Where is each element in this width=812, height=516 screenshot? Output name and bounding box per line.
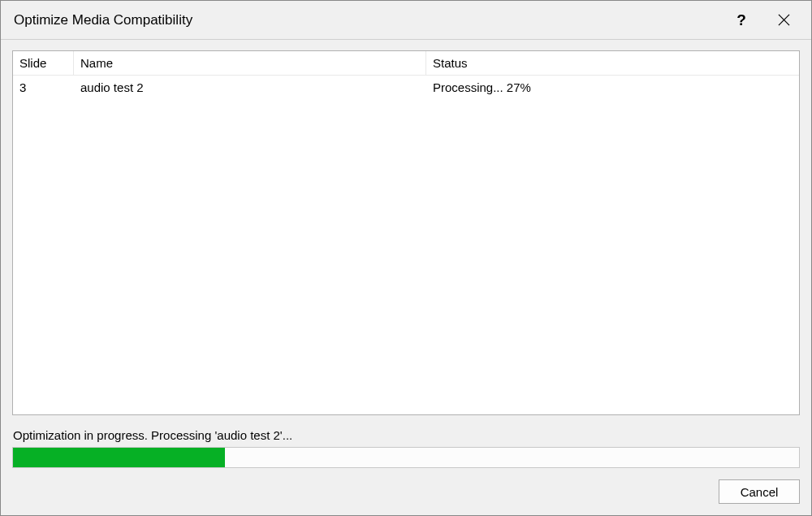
list-body: 3 audio test 2 Processing... 27% xyxy=(13,76,799,414)
list-row[interactable]: 3 audio test 2 Processing... 27% xyxy=(13,76,799,98)
column-header-name[interactable]: Name xyxy=(74,51,426,75)
button-row: Cancel xyxy=(12,479,800,504)
titlebar: Optimize Media Compatibility ? xyxy=(1,1,811,40)
cell-status: Processing... 27% xyxy=(426,76,799,98)
progress-fill xyxy=(13,448,225,467)
list-header: Slide Name Status xyxy=(13,51,799,76)
column-header-status[interactable]: Status xyxy=(426,51,799,75)
close-icon[interactable] xyxy=(766,4,801,37)
dialog-content: Slide Name Status 3 audio test 2 Process… xyxy=(1,40,811,515)
help-icon[interactable]: ? xyxy=(723,4,759,37)
cancel-button[interactable]: Cancel xyxy=(719,479,800,504)
dialog-title: Optimize Media Compatibility xyxy=(14,12,723,28)
status-text: Optimization in progress. Processing 'au… xyxy=(12,428,800,442)
titlebar-buttons: ? xyxy=(723,4,801,37)
dialog-window: Optimize Media Compatibility ? Slide Nam… xyxy=(0,0,812,516)
cell-slide: 3 xyxy=(13,76,74,98)
cell-name: audio test 2 xyxy=(74,76,426,98)
media-list: Slide Name Status 3 audio test 2 Process… xyxy=(12,50,800,415)
progress-bar xyxy=(12,447,800,468)
column-header-slide[interactable]: Slide xyxy=(13,51,74,75)
